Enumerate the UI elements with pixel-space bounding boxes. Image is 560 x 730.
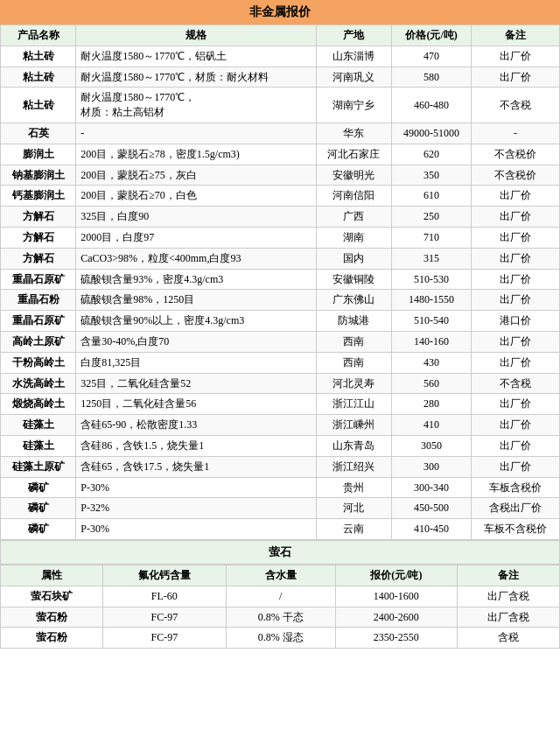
table-cell: 萤石粉 [1,607,103,628]
table-cell: 河北 [316,498,391,519]
sub-col-attr: 属性 [1,565,103,586]
table-cell: 610 [392,186,472,207]
table-cell: 460-480 [392,88,472,123]
table-cell: 350 [392,165,472,186]
sub-col-moisture: 含水量 [226,565,335,586]
table-cell: 含硅86，含铁1.5，烧失量1 [76,435,317,456]
table-cell: 250 [392,207,472,228]
table-cell: 安徽明光 [316,165,391,186]
table-cell: 出厂价 [472,227,560,248]
table-cell: 315 [392,248,472,269]
table-row: 钙基膨润土200目，蒙脱石≥70，白色河南信阳610出厂价 [1,186,560,207]
table-cell: 出厂价 [472,67,560,88]
table-row: 高岭土原矿含量30-40%,白度70西南140-160出厂价 [1,331,560,352]
table-cell: 2000目，白度97 [76,227,317,248]
table-cell: 出厂价 [472,352,560,373]
table-cell: 西南 [316,331,391,352]
sub-col-note: 备注 [458,565,560,586]
table-cell: P-32% [76,498,317,519]
table-cell: FC-97 [102,628,226,649]
table-cell: 港口价 [472,311,560,332]
table-cell: 方解石 [1,207,76,228]
table-cell: 2400-2600 [335,607,457,628]
table-cell: 出厂价 [472,269,560,290]
table-cell: 贵州 [316,477,391,498]
table-cell: 0.8% 干态 [226,607,335,628]
table-cell: 410 [392,415,472,436]
table-cell: 耐火温度1580～1770℃，铝矾土 [76,46,317,67]
table-cell: 硫酸钡含量93%，密度4.3g/cm3 [76,269,317,290]
table-row: 萤石粉FC-970.8% 湿态2350-2550含税 [1,628,560,649]
table-cell: 含硅65-90，松散密度1.33 [76,415,317,436]
table-cell: 出厂价 [472,290,560,311]
table-cell: 450-500 [392,498,472,519]
table-cell: 出厂含税 [458,586,560,607]
table-cell: 浙江嵊州 [316,415,391,436]
table-cell: 钙基膨润土 [1,186,76,207]
table-cell: 河北石家庄 [316,144,391,165]
table-cell: 干粉高岭土 [1,352,76,373]
table-cell: 广东佛山 [316,290,391,311]
table-row: 粘土砖耐火温度1580～1770℃，铝矾土山东淄博470出厂价 [1,46,560,67]
table-cell: 510-540 [392,311,472,332]
table-cell: 国内 [316,248,391,269]
table-cell: FL-60 [102,586,226,607]
table-row: 硅藻土含硅86，含铁1.5，烧失量1山东青岛3050出厂价 [1,435,560,456]
col-header-spec: 规格 [76,25,317,46]
table-row: 膨润土200目，蒙脱石≥78，密度1.5g/cm3)河北石家庄620不含税价 [1,144,560,165]
table-cell: 白度81,325目 [76,352,317,373]
table-cell: 水洗高岭土 [1,373,76,394]
table-row: 重晶石原矿硫酸钡含量90%以上，密度4.3g/cm3防城港510-540港口价 [1,311,560,332]
table-cell: 200目，蒙脱石≥78，密度1.5g/cm3) [76,144,317,165]
col-header-origin: 产地 [316,25,391,46]
table-cell: / [226,586,335,607]
table-cell: 河北灵寿 [316,373,391,394]
table-cell: 硅藻土 [1,415,76,436]
table-cell: 510-530 [392,269,472,290]
table-row: 煅烧高岭土1250目，二氧化硅含量56浙江江山280出厂价 [1,394,560,415]
table-cell: 萤石粉 [1,628,103,649]
table-cell: 粘土砖 [1,46,76,67]
table-cell: 1250目，二氧化硅含量56 [76,394,317,415]
table-cell: 云南 [316,519,391,540]
table-cell: 华东 [316,123,391,144]
table-cell: 430 [392,352,472,373]
table-row: 干粉高岭土白度81,325目西南430出厂价 [1,352,560,373]
section2-title: 萤石 [0,540,560,565]
col-header-product: 产品名称 [1,25,76,46]
table-cell: 含税 [458,628,560,649]
table-row: 方解石325目，白度90广西250出厂价 [1,207,560,228]
sub-col-caf2: 氟化钙含量 [102,565,226,586]
table-cell: 出厂价 [472,394,560,415]
table-row: 磷矿P-32%河北450-500含税出厂价 [1,498,560,519]
table-row: 重晶石粉硫酸钡含量98%，1250目广东佛山1480-1550出厂价 [1,290,560,311]
table-cell: P-30% [76,477,317,498]
table-cell: 重晶石原矿 [1,269,76,290]
table-row: 硅藻土原矿含硅65，含铁17.5，烧失量1浙江绍兴300出厂价 [1,456,560,477]
table-cell: 车板含税价 [472,477,560,498]
table-cell: 410-450 [392,519,472,540]
sub-col-price: 报价(元/吨) [335,565,457,586]
table-cell: 710 [392,227,472,248]
table-cell: 0.8% 湿态 [226,628,335,649]
table-cell: 1480-1550 [392,290,472,311]
table-row: 硅藻土含硅65-90，松散密度1.33浙江嵊州410出厂价 [1,415,560,436]
table-row: 石英-华东49000-51000- [1,123,560,144]
table-row: 萤石粉FC-970.8% 干态2400-2600出厂含税 [1,607,560,628]
table-cell: 49000-51000 [392,123,472,144]
table-cell: 安徽铜陵 [316,269,391,290]
table-cell: 河南巩义 [316,67,391,88]
table-cell: 方解石 [1,248,76,269]
table-cell: 硫酸钡含量98%，1250目 [76,290,317,311]
table-cell: - [472,123,560,144]
main-title: 非金属报价 [0,0,560,25]
table-cell: 出厂价 [472,207,560,228]
table-cell: 不含税价 [472,144,560,165]
table-cell: 出厂价 [472,248,560,269]
table-cell: 出厂价 [472,456,560,477]
main-table: 产品名称 规格 产地 价格(元/吨) 备注 粘土砖耐火温度1580～1770℃，… [0,25,560,540]
table-cell: 耐火温度1580～1770℃， 材质：粘土高铝材 [76,88,317,123]
col-header-note: 备注 [472,25,560,46]
table-cell: 河南信阳 [316,186,391,207]
table-cell: 山东青岛 [316,435,391,456]
